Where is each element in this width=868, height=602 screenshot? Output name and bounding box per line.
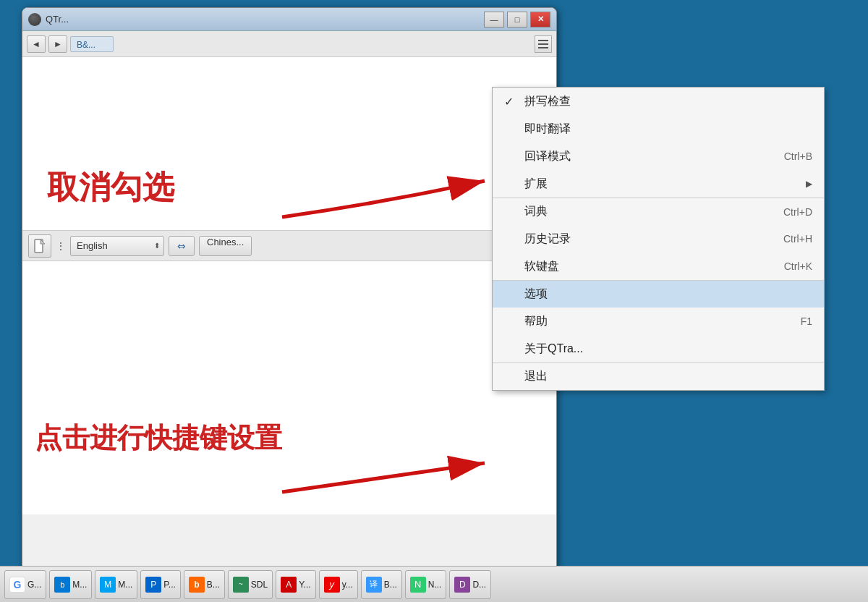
- taskbar: G G... b M... M M... P P... b B... ~ SDL…: [0, 566, 868, 602]
- ms-icon: M: [100, 577, 116, 593]
- taskbar-label-google: G...: [27, 580, 41, 590]
- source-language-wrapper: English Chinese Japanese ⬍: [70, 236, 164, 256]
- title-bar: QTr... — □ ✕: [22, 8, 556, 31]
- menu-item-dict[interactable]: 词典 Ctrl+D: [493, 198, 824, 225]
- menu-item-help[interactable]: 帮助 F1: [493, 308, 824, 335]
- menu-label-keyboard: 软键盘: [524, 259, 770, 274]
- taskbar-label-b: B...: [207, 580, 220, 590]
- y1-icon: A: [281, 577, 297, 593]
- target-text-area[interactable]: [22, 261, 556, 514]
- menu-label-history: 历史记录: [524, 232, 769, 247]
- new-doc-button[interactable]: [28, 234, 51, 258]
- taskbar-item-n[interactable]: N N...: [405, 570, 447, 599]
- taskbar-label-n: N...: [428, 580, 442, 590]
- back-button[interactable]: ◄: [27, 35, 46, 53]
- menu-item-about[interactable]: 关于QTra...: [493, 335, 824, 363]
- menu-label-spellcheck: 拼写检查: [524, 94, 798, 109]
- translation-toolbar: ⋮ English Chinese Japanese ⬍ ⇔ Chines...: [22, 231, 556, 261]
- menu-item-back-translate[interactable]: 回译模式 Ctrl+B: [493, 143, 824, 170]
- n-icon: N: [410, 577, 426, 593]
- breadcrumb: B&...: [70, 36, 114, 52]
- main-window: QTr... — □ ✕ ◄ ► B&... ⋮: [22, 7, 557, 572]
- nav-options-button[interactable]: [535, 35, 552, 53]
- menu-shortcut-help: F1: [801, 315, 812, 327]
- nav-bar: ◄ ► B&...: [22, 31, 556, 57]
- menu-item-keyboard[interactable]: 软键盘 Ctrl+K: [493, 253, 824, 280]
- context-menu: ✓ 拼写检查 即时翻译 回译模式 Ctrl+B 扩展 ▶ 词典 Ctrl+D 历…: [492, 87, 825, 391]
- app-icon: [28, 13, 41, 26]
- target-language-button[interactable]: Chines...: [199, 236, 252, 256]
- menu-item-extend[interactable]: 扩展 ▶: [493, 170, 824, 198]
- taskbar-label-trans: B...: [384, 580, 397, 590]
- menu-item-instant-translate[interactable]: 即时翻译: [493, 115, 824, 143]
- svg-rect-0: [538, 40, 548, 41]
- taskbar-label-p: P...: [163, 580, 175, 590]
- menu-label-exit: 退出: [524, 369, 798, 384]
- taskbar-label-youdao: y...: [342, 580, 353, 590]
- menu-shortcut-dict: Ctrl+D: [783, 206, 812, 218]
- source-text-area[interactable]: [22, 57, 556, 231]
- taskbar-item-sdl[interactable]: ~ SDL: [228, 570, 273, 599]
- source-language-select[interactable]: English Chinese Japanese: [70, 236, 164, 256]
- taskbar-label-ms: M...: [118, 580, 132, 590]
- menu-label-instant-translate: 即时翻译: [524, 122, 798, 137]
- taskbar-item-youdao[interactable]: y y...: [319, 570, 358, 599]
- svg-rect-2: [538, 47, 548, 48]
- menu-label-about: 关于QTra...: [524, 342, 798, 357]
- google-icon: G: [9, 577, 25, 593]
- taskbar-label-d: D...: [472, 580, 486, 590]
- youdao-icon: y: [324, 577, 340, 593]
- taskbar-item-b[interactable]: b B...: [184, 570, 225, 599]
- taskbar-item-trans[interactable]: 译 B...: [361, 570, 402, 599]
- close-button[interactable]: ✕: [530, 12, 550, 27]
- minimize-button[interactable]: —: [484, 12, 504, 27]
- menu-shortcut-history: Ctrl+H: [783, 233, 812, 245]
- window-controls: — □ ✕: [484, 12, 550, 27]
- taskbar-item-bing[interactable]: b M...: [49, 570, 92, 599]
- trans-icon: 译: [366, 577, 382, 593]
- menu-label-back-translate: 回译模式: [524, 149, 770, 164]
- menu-shortcut-keyboard: Ctrl+K: [784, 260, 812, 272]
- submenu-arrow-icon: ▶: [806, 179, 812, 189]
- menu-item-options[interactable]: 选项: [493, 280, 824, 308]
- menu-label-help: 帮助: [524, 314, 786, 329]
- p-icon: P: [145, 577, 161, 593]
- bing-icon: b: [54, 577, 70, 593]
- taskbar-item-y1[interactable]: A Y...: [276, 570, 315, 599]
- taskbar-item-p[interactable]: P P...: [140, 570, 180, 599]
- menu-label-extend: 扩展: [524, 177, 806, 192]
- b-icon: b: [189, 577, 205, 593]
- menu-label-dict: 词典: [524, 204, 769, 219]
- menu-item-history[interactable]: 历史记录 Ctrl+H: [493, 225, 824, 253]
- forward-button[interactable]: ►: [48, 35, 67, 53]
- taskbar-label-sdl: SDL: [251, 580, 268, 590]
- checkmark-icon: ✓: [504, 95, 524, 109]
- menu-item-exit[interactable]: 退出: [493, 363, 824, 390]
- svg-rect-1: [538, 43, 548, 45]
- taskbar-label-bing: M...: [72, 580, 87, 590]
- taskbar-item-d[interactable]: D D...: [449, 570, 491, 599]
- taskbar-label-y1: Y...: [299, 580, 310, 590]
- menu-label-options: 选项: [524, 287, 798, 302]
- more-options-button[interactable]: ⋮: [56, 240, 66, 252]
- menu-item-spellcheck[interactable]: ✓ 拼写检查: [493, 88, 824, 115]
- d-icon: D: [454, 577, 470, 593]
- taskbar-item-google[interactable]: G G...: [4, 570, 46, 599]
- window-title: QTr...: [46, 14, 484, 25]
- swap-languages-button[interactable]: ⇔: [169, 236, 195, 256]
- menu-shortcut-back-translate: Ctrl+B: [784, 150, 812, 162]
- sdl-icon: ~: [233, 577, 249, 593]
- maximize-button[interactable]: □: [507, 12, 527, 27]
- taskbar-item-ms[interactable]: M M...: [95, 570, 137, 599]
